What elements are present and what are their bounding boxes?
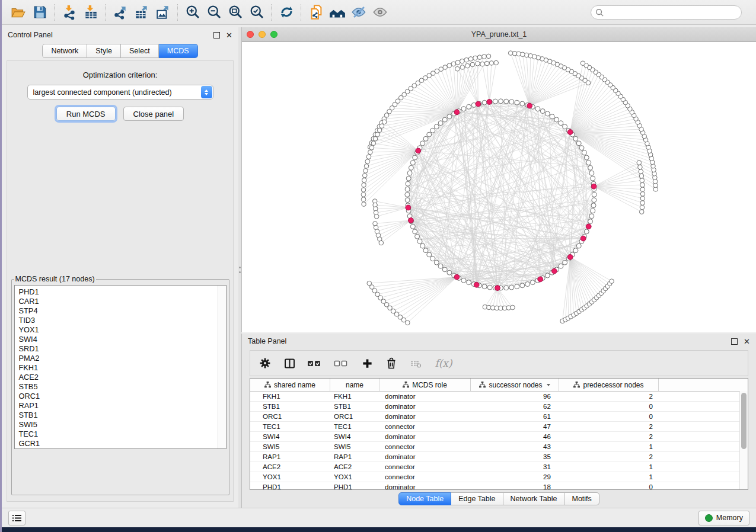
cell-successor_nodes[interactable]: 31 [471, 462, 559, 472]
mcds-node-item[interactable]: GCR1 [19, 439, 218, 448]
cell-predecessor_nodes[interactable]: 1 [559, 472, 659, 482]
column-header-MCDS-role[interactable]: MCDS role [379, 379, 471, 391]
mcds-node-item[interactable]: PMA2 [19, 354, 218, 363]
maximize-window-icon[interactable] [270, 31, 277, 38]
mcds-hub-node[interactable] [552, 268, 557, 274]
column-header-shared-name[interactable]: shared name [250, 379, 330, 391]
cell-predecessor_nodes[interactable]: 0 [559, 482, 659, 489]
mcds-node-item[interactable]: FKH1 [19, 363, 218, 373]
cell-mcds_role[interactable]: connector [379, 422, 471, 431]
mcds-node-item[interactable]: SWI5 [19, 420, 218, 430]
select-all-button[interactable] [307, 357, 323, 370]
show-all-button[interactable] [369, 3, 391, 22]
close-panel-icon[interactable]: ✕ [744, 338, 750, 345]
cell-name[interactable]: RAP1 [330, 452, 379, 462]
cell-name[interactable]: ACE2 [330, 462, 379, 472]
cell-mcds_role[interactable]: connector [379, 462, 471, 472]
mcds-hub-node[interactable] [409, 218, 414, 223]
task-history-button[interactable] [8, 511, 25, 525]
cell-shared_name[interactable]: PHD1 [250, 482, 330, 489]
mcds-hub-node[interactable] [495, 286, 500, 291]
cell-successor_nodes[interactable]: 43 [471, 442, 559, 451]
cell-successor_nodes[interactable]: 46 [471, 432, 559, 441]
cell-mcds_role[interactable]: dominator [379, 392, 471, 401]
mcds-node-item[interactable]: TID3 [19, 316, 218, 325]
float-panel-icon[interactable] [213, 32, 220, 39]
cell-name[interactable]: STB1 [330, 402, 379, 411]
cell-shared_name[interactable]: YOX1 [250, 472, 330, 482]
table-row[interactable]: ORC1ORC1dominator610 [250, 412, 748, 422]
cell-name[interactable]: PHD1 [330, 482, 379, 489]
cell-shared_name[interactable]: STB1 [250, 402, 330, 411]
tab-network-table[interactable]: Network Table [503, 492, 565, 505]
cell-successor_nodes[interactable]: 29 [471, 472, 559, 482]
table-scrollbar-thumb[interactable] [741, 393, 747, 449]
close-window-icon[interactable] [247, 31, 254, 38]
table-row[interactable]: RAP1RAP1dominator352 [250, 452, 748, 462]
cell-successor_nodes[interactable]: 18 [471, 482, 559, 489]
function-builder-button[interactable]: f(x) [433, 357, 454, 370]
table-row[interactable]: TEC1TEC1connector472 [250, 422, 748, 432]
table-row[interactable]: PHD1PHD1dominator180 [250, 482, 748, 489]
mcds-hub-node[interactable] [586, 224, 591, 229]
table-row[interactable]: ACE2ACE2connector311 [250, 462, 748, 472]
cell-shared_name[interactable]: SWI5 [250, 442, 330, 451]
hide-selected-button[interactable] [348, 3, 369, 22]
cell-mcds_role[interactable]: dominator [379, 402, 471, 411]
cell-name[interactable]: TEC1 [330, 422, 379, 431]
mcds-hub-node[interactable] [454, 110, 460, 115]
export-network-button[interactable] [110, 3, 131, 22]
mcds-node-item[interactable]: PHD1 [19, 287, 218, 297]
mcds-hub-node[interactable] [567, 130, 573, 135]
cell-predecessor_nodes[interactable]: 0 [559, 402, 659, 411]
mcds-node-item[interactable]: YOX1 [19, 325, 218, 335]
column-header-name[interactable]: name [330, 379, 379, 391]
cell-shared_name[interactable]: FKH1 [250, 392, 330, 401]
mcds-hub-node[interactable] [567, 255, 573, 260]
mcds-hub-node[interactable] [476, 101, 481, 107]
mcds-node-item[interactable]: STB5 [19, 382, 218, 392]
cell-successor_nodes[interactable]: 47 [471, 422, 559, 431]
mcds-node-item[interactable]: RAP1 [19, 401, 218, 411]
minimize-window-icon[interactable] [259, 31, 266, 38]
tab-network[interactable]: Network [42, 44, 87, 58]
cell-mcds_role[interactable]: dominator [379, 432, 471, 441]
tab-motifs[interactable]: Motifs [564, 492, 599, 505]
import-table-button[interactable] [80, 3, 101, 22]
table-row[interactable]: YOX1YOX1connector291 [250, 472, 748, 482]
mcds-node-item[interactable]: CAR1 [19, 297, 218, 306]
cell-predecessor_nodes[interactable]: 2 [559, 452, 659, 462]
show-columns-button[interactable] [283, 357, 296, 370]
cell-mcds_role[interactable]: dominator [379, 412, 471, 421]
column-header-successor-nodes[interactable]: successor nodes [471, 379, 559, 391]
cell-shared_name[interactable]: TEC1 [250, 422, 330, 431]
cell-predecessor_nodes[interactable]: 1 [559, 462, 659, 472]
zoom-selected-button[interactable] [246, 3, 267, 22]
delete-row-button[interactable] [385, 357, 398, 370]
column-header-predecessor-nodes[interactable]: predecessor nodes [559, 379, 659, 391]
cell-predecessor_nodes[interactable]: 0 [559, 412, 659, 421]
cell-predecessor_nodes[interactable]: 2 [559, 432, 659, 441]
cell-predecessor_nodes[interactable]: 2 [559, 392, 659, 401]
import-network-button[interactable] [59, 3, 80, 22]
add-row-button[interactable] [361, 357, 374, 370]
mcds-node-item[interactable]: ACE2 [19, 373, 218, 382]
table-row[interactable]: FKH1FKH1dominator962 [250, 392, 748, 402]
mcds-node-item[interactable]: TEC1 [19, 430, 218, 439]
mcds-node-item[interactable]: SRD1 [19, 344, 218, 354]
cell-mcds_role[interactable]: dominator [379, 482, 471, 489]
network-graph[interactable] [242, 42, 756, 332]
mcds-hub-node[interactable] [538, 277, 543, 282]
mcds-hub-node[interactable] [527, 103, 532, 108]
tab-edge-table[interactable]: Edge Table [451, 492, 503, 505]
cell-predecessor_nodes[interactable]: 1 [559, 442, 659, 451]
cell-name[interactable]: SWI5 [330, 442, 379, 451]
mcds-node-item[interactable]: SWI4 [19, 335, 218, 344]
mcds-node-item[interactable]: STB1 [19, 411, 218, 420]
table-row[interactable]: STB1STB1dominator620 [250, 402, 748, 412]
mcds-hub-node[interactable] [580, 236, 586, 241]
cell-name[interactable]: SWI4 [330, 432, 379, 441]
cell-name[interactable]: ORC1 [330, 412, 379, 421]
panel-splitter[interactable] [238, 27, 241, 508]
cell-mcds_role[interactable]: dominator [379, 452, 471, 462]
